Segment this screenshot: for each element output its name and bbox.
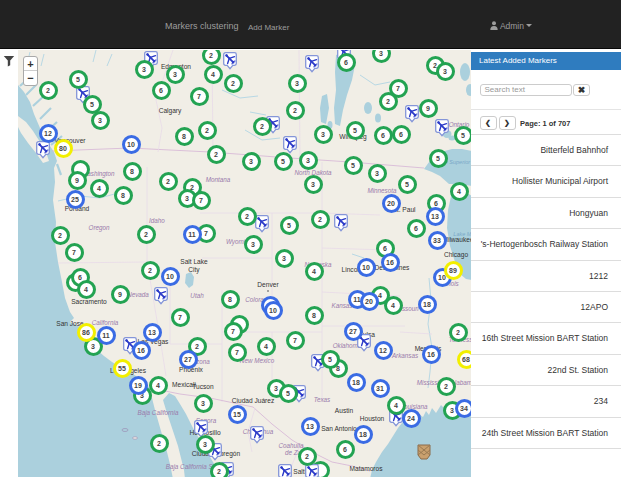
svg-text:Nevada: Nevada <box>127 291 149 298</box>
svg-text:Baja California: Baja California <box>138 409 179 417</box>
svg-text:Arkansas: Arkansas <box>391 352 419 359</box>
svg-text:Matamoros: Matamoros <box>350 465 384 472</box>
svg-text:City: City <box>188 266 200 274</box>
svg-text:Austin: Austin <box>335 407 354 414</box>
svg-text:Montana: Montana <box>206 176 231 183</box>
svg-text:Texas: Texas <box>314 396 331 403</box>
svg-text:Mexicali: Mexicali <box>172 381 196 388</box>
svg-text:Ciudad Juárez: Ciudad Juárez <box>232 397 275 404</box>
svg-text:Houston: Houston <box>360 415 385 422</box>
svg-text:San Antonio: San Antonio <box>321 425 357 432</box>
svg-text:California: California <box>92 319 119 326</box>
svg-text:Milwaukee: Milwaukee <box>442 236 472 243</box>
svg-text:Minnesota: Minnesota <box>367 187 397 194</box>
svg-text:Salt Lake: Salt Lake <box>180 258 208 265</box>
svg-text:Denver: Denver <box>257 281 279 288</box>
svg-text:Chicago: Chicago <box>444 251 469 259</box>
svg-text:Oregon: Oregon <box>88 224 110 232</box>
svg-text:Coahuila: Coahuila <box>279 442 304 449</box>
svg-text:Calgary: Calgary <box>159 107 182 115</box>
svg-text:Sacramento: Sacramento <box>71 298 107 305</box>
svg-text:Idaho: Idaho <box>149 217 165 224</box>
svg-text:Utah: Utah <box>190 292 204 299</box>
